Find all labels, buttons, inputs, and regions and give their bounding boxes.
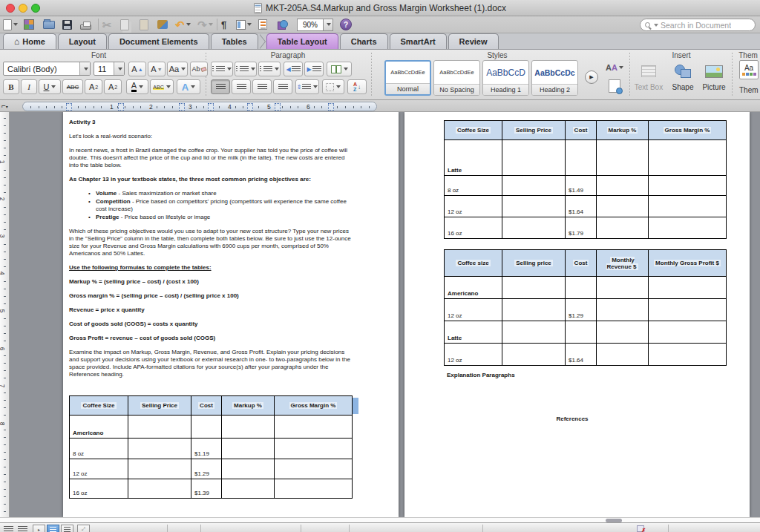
notebook-view-button[interactable] [61, 525, 73, 532]
paragraph[interactable]: Which of these pricing objectives would … [69, 228, 353, 257]
template-gallery-button[interactable] [24, 17, 34, 32]
column-header[interactable]: Cost [566, 121, 597, 140]
tab-review[interactable]: Review [448, 33, 499, 49]
formula[interactable]: Gross Profit = revenue – cost of goods s… [69, 335, 353, 342]
column-header[interactable]: Coffee Size [445, 121, 502, 140]
list-item[interactable]: Volume - Sales maximization or market sh… [88, 190, 353, 197]
table-cell[interactable] [502, 277, 566, 299]
underline-button[interactable]: U [39, 79, 61, 94]
table-cell[interactable] [502, 140, 566, 176]
columns-button[interactable] [327, 62, 352, 76]
table-cell[interactable] [597, 176, 649, 196]
open-button[interactable] [43, 17, 55, 32]
table-cell[interactable] [128, 479, 191, 499]
table-cell[interactable] [649, 344, 727, 366]
table-cell[interactable] [566, 277, 597, 299]
font-family-combo[interactable]: Calibri (Body) [3, 62, 91, 76]
highlight-button[interactable]: ABC [150, 79, 174, 94]
print-button[interactable] [80, 17, 91, 32]
table-cell[interactable] [597, 321, 649, 344]
table-cell[interactable] [502, 299, 566, 321]
grow-font-button[interactable]: A▲ [128, 62, 146, 76]
list-item[interactable]: Competition - Price based on competitors… [88, 198, 353, 213]
table-column-marker[interactable] [275, 103, 281, 111]
table-cell[interactable] [191, 416, 222, 439]
copy-button[interactable] [120, 17, 129, 32]
column-header[interactable]: Coffee Size [70, 396, 128, 416]
table-cell[interactable]: Americano [70, 416, 128, 439]
multilevel-list-button[interactable] [258, 62, 281, 76]
table-cell[interactable] [222, 439, 275, 459]
column-header[interactable]: Gross Margin % [275, 396, 353, 416]
table-cell[interactable]: $1.29 [566, 299, 597, 321]
manage-styles-button[interactable]: AA [606, 60, 626, 75]
style-heading-1[interactable]: AaBbCcD Heading 1 [482, 60, 529, 96]
help-button[interactable]: ? [340, 17, 352, 32]
column-header[interactable]: Monthly Gross Profit $ [649, 250, 727, 277]
font-size-dropdown[interactable] [114, 62, 124, 75]
zoom-dropdown[interactable] [324, 19, 333, 31]
table-cell[interactable]: 12 oz [70, 459, 128, 479]
tab-table-layout[interactable]: Table Layout [266, 33, 338, 49]
sort-button[interactable]: AZ↓ [347, 79, 367, 94]
table-cell[interactable]: Latte [445, 140, 502, 176]
increase-indent-button[interactable]: ▶ [304, 62, 324, 76]
table-cell[interactable] [597, 299, 649, 321]
table-cell[interactable] [128, 459, 191, 479]
style-pane-button[interactable] [609, 79, 620, 93]
table-cell[interactable]: 8 oz [445, 176, 502, 196]
table-column-marker[interactable] [208, 103, 214, 111]
page1-text[interactable]: Activity 3 Let's look a real-world scena… [69, 119, 353, 385]
column-header[interactable]: Markup % [222, 396, 275, 416]
superscript-button[interactable]: A2 [85, 79, 102, 94]
column-header[interactable]: Coffee size [445, 250, 502, 277]
insert-picture-button[interactable]: Picture [698, 62, 730, 91]
table-cell[interactable] [649, 176, 727, 196]
americano-markup-table[interactable]: Coffee SizeSelling PriceCostMarkup %Gros… [69, 395, 352, 499]
references-heading[interactable]: References [404, 416, 740, 422]
redo-button[interactable]: ↷ [197, 17, 213, 32]
table-cell[interactable]: $1.64 [566, 196, 597, 217]
font-family-dropdown[interactable] [79, 62, 90, 75]
formula[interactable]: Gross margin % = (selling price – cost) … [69, 292, 353, 300]
list-item[interactable]: Prestige - Price based on lifestyle or i… [88, 214, 353, 221]
table-cell[interactable] [597, 344, 649, 366]
column-header[interactable]: Cost [191, 396, 222, 416]
strikethrough-button[interactable]: ABC [62, 79, 83, 94]
align-center-button[interactable] [232, 79, 251, 94]
column-header[interactable]: Selling Price [502, 121, 566, 140]
table-cell[interactable] [566, 321, 597, 344]
table-cell[interactable] [597, 277, 649, 299]
draft-view-button[interactable] [4, 526, 13, 532]
cut-button[interactable]: ✂ [102, 17, 112, 32]
table-cell[interactable] [502, 344, 566, 366]
font-size-combo[interactable]: 11 [94, 62, 125, 76]
paragraph[interactable]: Let's look a real-world scenario: [69, 133, 353, 140]
column-header[interactable]: Cost [566, 250, 597, 277]
themes-button[interactable]: Aa [739, 60, 759, 79]
activity-heading[interactable]: Activity 3 [69, 119, 353, 126]
outline-view-button[interactable] [18, 526, 27, 532]
new-document-button[interactable] [3, 17, 18, 32]
vertical-ruler[interactable]: 12345678 [0, 112, 10, 517]
table-cell[interactable]: $1.49 [566, 176, 597, 196]
table-column-marker[interactable] [247, 103, 253, 111]
table-cell[interactable] [597, 196, 649, 217]
table-cell[interactable]: $1.29 [191, 459, 222, 479]
table-column-marker[interactable] [179, 103, 185, 111]
align-right-button[interactable] [252, 79, 272, 94]
formula[interactable]: Cost of goods sold (COGS) = costs x quan… [69, 321, 353, 328]
table-cell[interactable] [502, 321, 566, 344]
table-cell[interactable] [597, 140, 649, 176]
table-row-selection-marker[interactable] [353, 398, 358, 414]
table-cell[interactable] [502, 196, 566, 217]
tab-layout[interactable]: Layout [58, 33, 107, 49]
table-cell[interactable] [649, 196, 727, 217]
insert-shape-button[interactable]: Shape [666, 62, 699, 91]
horizontal-scrollbar[interactable] [0, 517, 760, 522]
table-cell[interactable] [502, 176, 566, 196]
save-button[interactable] [62, 17, 72, 32]
column-header[interactable]: Selling Price [128, 396, 191, 416]
clear-formatting-button[interactable]: Ab [190, 62, 208, 76]
minimize-window-button[interactable] [19, 4, 27, 13]
